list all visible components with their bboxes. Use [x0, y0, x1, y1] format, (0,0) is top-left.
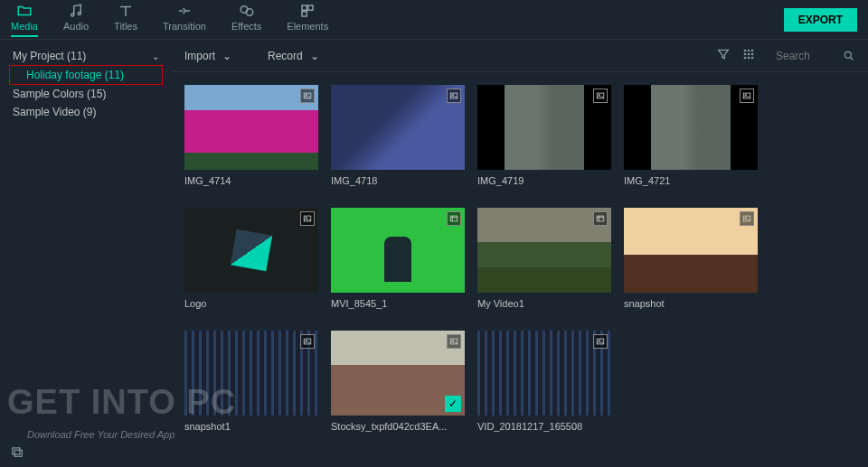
image-badge-icon — [593, 89, 608, 103]
svg-rect-6 — [302, 11, 307, 15]
svg-point-3 — [246, 8, 253, 15]
media-label: My Video1 — [477, 293, 611, 309]
media-thumbnail[interactable]: ✓ — [331, 331, 465, 416]
svg-point-9 — [751, 50, 754, 52]
tab-label: Media — [11, 21, 38, 32]
tab-elements[interactable]: Elements — [287, 3, 328, 37]
image-badge-icon — [447, 334, 461, 349]
media-label: snapshot — [624, 293, 758, 309]
media-card: My Video1 — [477, 208, 611, 316]
tab-label: Titles — [114, 21, 137, 32]
transition-icon — [176, 3, 193, 19]
media-label: snapshot1 — [184, 416, 318, 432]
media-label: Stocksy_txpfd042cd3EA... — [331, 416, 465, 432]
import-label: Import — [184, 50, 215, 62]
search-input[interactable] — [770, 46, 843, 66]
video-badge-icon — [593, 211, 608, 226]
svg-point-13 — [744, 57, 747, 60]
media-card: VID_20181217_165508 — [477, 331, 611, 439]
image-badge-icon — [300, 334, 315, 349]
svg-point-14 — [748, 57, 750, 60]
media-thumbnail[interactable] — [624, 208, 758, 293]
filter-icon[interactable] — [716, 47, 731, 64]
tab-media[interactable]: Media — [11, 3, 38, 37]
chevron-down-icon: ⌄ — [152, 51, 159, 61]
media-thumbnail[interactable] — [477, 331, 611, 416]
text-icon — [118, 3, 134, 19]
svg-rect-4 — [302, 5, 307, 10]
media-label: IMG_4721 — [624, 170, 758, 186]
media-label: Logo — [184, 293, 318, 309]
media-thumbnail[interactable] — [331, 85, 465, 170]
corner-icons — [9, 445, 25, 462]
tree-label: Holiday footage (11) — [26, 69, 124, 81]
svg-point-15 — [751, 57, 754, 60]
tab-effects[interactable]: Effects — [231, 3, 261, 37]
media-card: IMG_4719 — [477, 85, 611, 193]
sidebar-item-holiday-footage[interactable]: Holiday footage (11) — [9, 65, 163, 85]
import-button[interactable]: Import ⌄ — [184, 50, 231, 62]
search-box — [770, 46, 855, 66]
image-badge-icon — [740, 211, 754, 226]
elements-icon — [299, 3, 316, 19]
tab-label: Effects — [231, 21, 261, 32]
top-toolbar: Media Audio Titles Transition Effects El… — [0, 0, 868, 40]
svg-rect-37 — [13, 448, 20, 454]
chevron-down-icon: ⌄ — [310, 50, 319, 62]
record-button[interactable]: Record ⌄ — [268, 50, 319, 62]
media-card: Logo — [184, 208, 318, 316]
media-card: snapshot1 — [184, 331, 318, 439]
media-thumbnail[interactable] — [184, 208, 318, 293]
search-icon — [843, 50, 855, 62]
svg-rect-5 — [308, 5, 313, 10]
svg-point-1 — [78, 12, 80, 14]
tab-audio[interactable]: Audio — [63, 3, 89, 37]
grid-view-icon[interactable] — [741, 47, 756, 64]
media-label: IMG_4714 — [184, 170, 318, 186]
effects-icon — [239, 3, 255, 19]
svg-point-8 — [748, 50, 750, 52]
media-thumbnail[interactable] — [624, 85, 758, 170]
media-label: IMG_4718 — [331, 170, 465, 186]
tab-titles[interactable]: Titles — [114, 3, 137, 37]
folder-icon — [16, 3, 33, 19]
media-label: IMG_4719 — [477, 170, 611, 186]
export-button[interactable]: EXPORT — [784, 8, 857, 32]
music-icon — [68, 3, 84, 19]
tree-label: My Project (11) — [13, 50, 86, 62]
svg-point-7 — [744, 50, 747, 52]
tab-transition[interactable]: Transition — [163, 3, 206, 37]
tab-label: Elements — [287, 21, 328, 32]
check-icon: ✓ — [445, 396, 461, 412]
svg-point-10 — [744, 53, 747, 56]
tab-label: Transition — [163, 21, 206, 32]
tree-label: Sample Colors (15) — [13, 88, 106, 100]
media-thumbnail[interactable] — [331, 208, 465, 293]
sidebar-item-sample-colors[interactable]: Sample Colors (15) — [9, 85, 163, 103]
sidebar-item-my-project[interactable]: My Project (11) ⌄ — [9, 47, 163, 65]
sidebar-item-sample-video[interactable]: Sample Video (9) — [9, 103, 163, 121]
svg-rect-28 — [597, 216, 604, 221]
video-badge-icon — [447, 211, 461, 226]
svg-point-16 — [844, 51, 851, 58]
tree-label: Sample Video (9) — [13, 106, 97, 118]
media-thumbnail[interactable] — [477, 85, 611, 170]
svg-point-0 — [71, 14, 74, 16]
svg-point-12 — [751, 53, 754, 56]
record-label: Record — [268, 50, 303, 62]
media-label: VID_20181217_165508 — [477, 416, 611, 432]
media-card: ✓Stocksy_txpfd042cd3EA... — [331, 331, 465, 439]
media-card: IMG_4721 — [624, 85, 758, 193]
chevron-down-icon: ⌄ — [222, 50, 231, 62]
media-card: MVI_8545_1 — [331, 208, 465, 316]
media-thumbnail[interactable] — [184, 331, 318, 416]
media-toolbar: Import ⌄ Record ⌄ — [172, 40, 868, 72]
main-tabs: Media Audio Titles Transition Effects El… — [11, 3, 784, 37]
media-thumbnail[interactable] — [477, 208, 611, 293]
image-badge-icon — [300, 89, 315, 103]
media-thumbnail[interactable] — [184, 85, 318, 170]
project-sidebar: My Project (11) ⌄ Holiday footage (11) S… — [0, 40, 172, 467]
media-label: MVI_8545_1 — [331, 293, 465, 309]
svg-rect-27 — [450, 216, 458, 221]
media-card: snapshot — [624, 208, 758, 316]
